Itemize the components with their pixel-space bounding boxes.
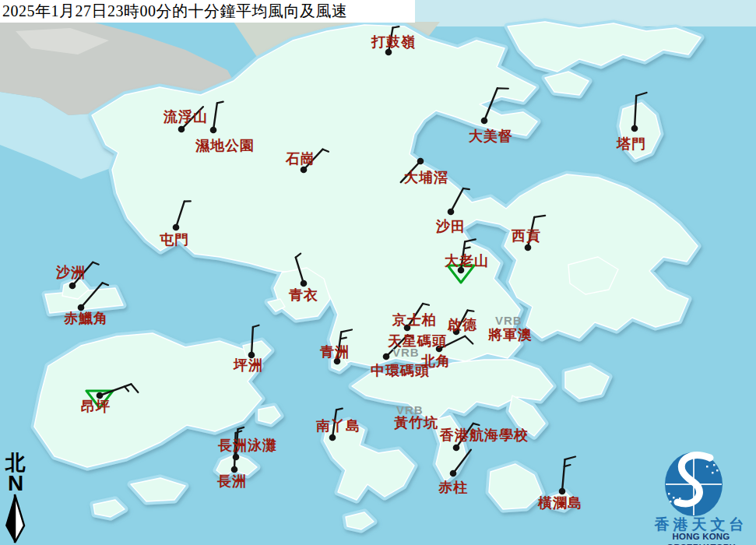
station-dot	[525, 244, 532, 251]
station-dot	[173, 224, 180, 231]
wind-barb-feather	[468, 311, 474, 311]
station-label: 黃竹坑	[394, 416, 438, 430]
station-dot	[97, 392, 104, 399]
station-label: 大埔滘	[404, 171, 448, 185]
station-label: 南丫島	[316, 419, 360, 433]
station-label: 大老山	[445, 254, 489, 268]
hko-name-chinese: 香港天文台	[646, 517, 756, 532]
station-label: 流浮山	[164, 110, 208, 124]
station-label: 塔門	[617, 137, 646, 151]
station-label: 京士柏	[392, 313, 437, 327]
station-dot	[233, 454, 240, 461]
hko-name-english: HONG KONG OBSERVATORY	[646, 532, 756, 545]
station-label: 香港航海學校	[440, 428, 529, 442]
station-dot	[69, 283, 76, 290]
station-label: 坪洲	[234, 358, 263, 372]
north-letter: N	[2, 473, 30, 493]
vrb-indicator: VRB	[396, 404, 424, 416]
station-dot	[448, 209, 455, 216]
station-dot	[450, 470, 457, 477]
station-dot	[383, 353, 390, 360]
wind-map: 打鼓嶺流浮山濕地公園石崗大美督塔門大埔滘沙田西貢大老山屯門沙洲赤鱲角青衣京士柏啟…	[0, 0, 756, 545]
map-title-bar: 2025年1月27日23時00分的十分鐘平均風向及風速	[0, 0, 415, 23]
station-dot	[631, 125, 638, 132]
vrb-indicator: VRB	[392, 346, 420, 358]
station-dot	[210, 127, 217, 134]
station-label: 沙洲	[56, 265, 86, 280]
station-label: 大美督	[469, 129, 513, 143]
station-dot	[301, 167, 308, 174]
station-label: 西貢	[512, 229, 541, 243]
station-label: 石崗	[286, 152, 315, 166]
sea-north-band	[415, 0, 756, 26]
station-dot	[301, 280, 308, 287]
station-label: 濕地公園	[195, 139, 255, 153]
wind-barb-feather	[393, 26, 399, 27]
station-dot	[481, 118, 488, 125]
vrb-indicator: VRB	[495, 315, 522, 326]
hko-logo: 香港天文台 HONG KONG OBSERVATORY	[646, 448, 756, 545]
map-title: 2025年1月27日23時00分的十分鐘平均風向及風速	[0, 1, 348, 22]
station-label: 青衣	[289, 288, 318, 302]
station-dot	[559, 488, 566, 495]
station-dot	[178, 126, 185, 133]
station-label: 北角	[421, 354, 451, 368]
station-label: 將軍澳	[488, 328, 533, 342]
station-label: 長洲	[217, 474, 247, 488]
station-label: 長洲泳灘	[218, 438, 277, 452]
base-map	[0, 0, 756, 545]
station-label: 啟德	[448, 318, 477, 332]
station-label: 赤鱲角	[64, 311, 108, 325]
station-label: 赤柱	[438, 480, 468, 494]
station-label: 打鼓嶺	[371, 35, 416, 49]
station-label: 屯門	[160, 233, 189, 247]
wind-barb-feather	[463, 188, 469, 189]
station-dot	[453, 445, 460, 452]
station-label: 橫瀾島	[538, 496, 582, 510]
station-label: 沙田	[436, 220, 466, 234]
hko-emblem-icon	[646, 448, 756, 519]
station-dot	[329, 434, 336, 441]
north-arrow-icon	[2, 493, 29, 544]
station-dot	[231, 466, 238, 473]
north-compass: 北 N	[2, 453, 30, 544]
station-label: 青洲	[320, 345, 350, 359]
station-label: 昂坪	[81, 399, 111, 413]
station-dot	[417, 158, 424, 165]
station-dot	[78, 304, 85, 311]
